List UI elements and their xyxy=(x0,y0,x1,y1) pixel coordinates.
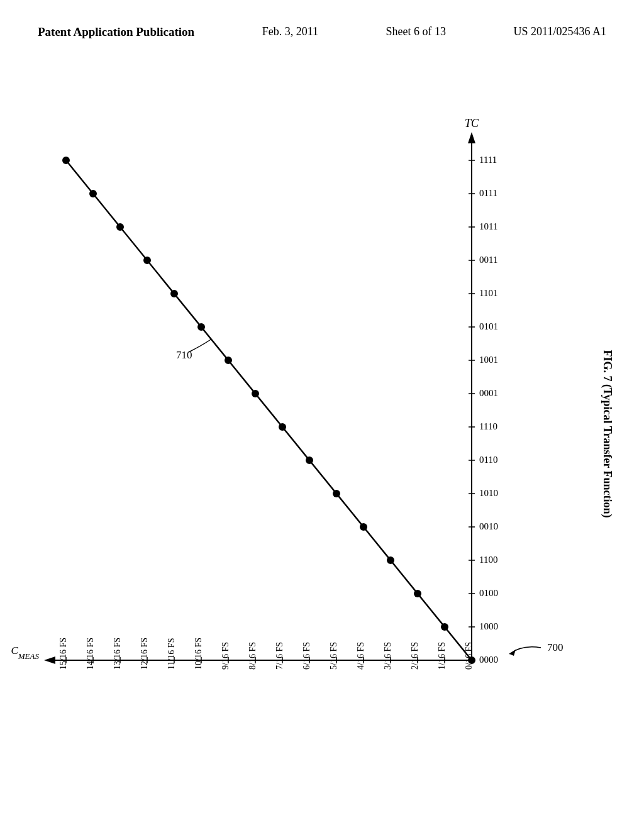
x-tick-11: 11/16 FS xyxy=(167,638,176,670)
x-tick-4: 4/16 FS xyxy=(356,642,365,670)
publication-title: Patent Application Publication xyxy=(38,25,194,39)
y-tick-0110: 0110 xyxy=(479,455,497,465)
y-tick-0100: 0100 xyxy=(479,588,498,598)
svg-marker-36 xyxy=(509,650,516,656)
data-point-1 xyxy=(441,623,448,631)
y-tick-1101: 1101 xyxy=(479,288,497,298)
x-tick-8: 8/16 FS xyxy=(248,642,257,670)
y-tick-1111: 1111 xyxy=(479,155,497,165)
svg-marker-3 xyxy=(44,656,55,664)
y-tick-0111: 0111 xyxy=(479,188,497,198)
figure-diagram: TC CMEAS // This won't execute here, usi… xyxy=(0,82,644,805)
data-point-11 xyxy=(170,290,178,297)
publication-date: Feb. 3, 2011 xyxy=(262,25,318,38)
y-tick-0000: 0000 xyxy=(479,655,498,665)
sheet-info: Sheet 6 of 13 xyxy=(386,25,446,38)
x-tick-12: 12/16 FS xyxy=(140,638,149,670)
page-header: Patent Application Publication Feb. 3, 2… xyxy=(0,0,644,39)
data-point-12 xyxy=(143,257,151,264)
data-point-9 xyxy=(225,357,232,364)
data-point-7 xyxy=(279,423,286,431)
x-tick-13: 13/16 FS xyxy=(113,638,122,670)
data-point-5 xyxy=(333,490,340,497)
x-tick-15: 15/16 FS xyxy=(58,638,68,670)
data-point-2 xyxy=(414,590,421,597)
data-point-6 xyxy=(306,456,313,464)
x-tick-3: 3/16 FS xyxy=(383,642,392,670)
data-point-4 xyxy=(360,523,367,531)
y-axis-label: TC xyxy=(465,117,479,130)
y-tick-0010: 0010 xyxy=(479,521,498,531)
x-tick-9: 9/16 FS xyxy=(221,642,230,670)
transfer-function-line xyxy=(66,160,472,660)
x-tick-5: 5/16 FS xyxy=(329,642,338,670)
x-tick-6: 6/16 FS xyxy=(302,642,311,670)
data-point-3 xyxy=(387,556,394,564)
y-tick-1011: 1011 xyxy=(479,221,497,231)
ref-700-label: 700 xyxy=(547,641,564,653)
data-point-14 xyxy=(89,190,97,197)
y-tick-1010: 1010 xyxy=(479,488,498,498)
data-point-15 xyxy=(62,157,70,164)
y-tick-0001: 0001 xyxy=(479,388,498,398)
x-axis-label: CMEAS xyxy=(11,645,39,661)
y-tick-1000: 1000 xyxy=(479,621,498,631)
figure-label: FIG. 7 (Typical Transfer Function) xyxy=(601,350,614,517)
x-tick-10: 10/16 FS xyxy=(194,638,203,670)
y-tick-1001: 1001 xyxy=(479,355,498,365)
patent-number: US 2011/025436 A1 xyxy=(514,25,606,38)
x-tick-2: 2/16 FS xyxy=(410,642,419,670)
svg-marker-1 xyxy=(468,132,475,143)
data-point-0 xyxy=(468,656,475,664)
data-point-10 xyxy=(197,323,205,331)
x-tick-14: 14/16 FS xyxy=(86,638,95,670)
y-tick-0011: 0011 xyxy=(479,255,497,265)
data-point-13 xyxy=(116,223,124,231)
x-tick-7: 7/16 FS xyxy=(275,642,284,670)
y-tick-1110: 1110 xyxy=(479,421,497,431)
line-label-arrow xyxy=(189,340,211,352)
y-tick-1100: 1100 xyxy=(479,555,497,565)
x-tick-1: 1/16 FS xyxy=(437,642,447,670)
data-point-8 xyxy=(252,390,259,397)
y-tick-0101: 0101 xyxy=(479,321,498,331)
line-label-710: 710 xyxy=(176,349,192,361)
